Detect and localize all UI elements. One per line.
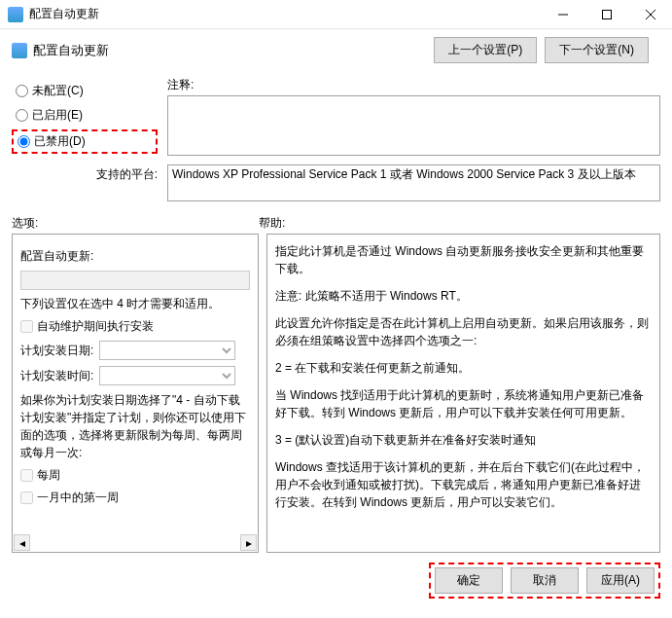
comments-label: 注释:: [167, 77, 660, 93]
help-p7: Windows 查找适用于该计算机的更新，并在后台下载它们(在此过程中，用户不会…: [275, 458, 652, 511]
radio-enabled-input[interactable]: [16, 109, 28, 122]
ok-button[interactable]: 确定: [435, 567, 503, 594]
radio-not-configured-input[interactable]: [16, 85, 28, 97]
sched-day-label: 计划安装日期:: [20, 343, 93, 359]
help-label: 帮助:: [259, 215, 660, 232]
cb-maintenance[interactable]: 自动维护期间执行安装: [20, 318, 250, 335]
platforms-label: 支持的平台:: [12, 164, 158, 183]
help-p3: 此设置允许你指定是否在此计算机上启用自动更新。如果启用该服务，则必须在组策略设置…: [275, 314, 652, 349]
options-heading: 配置自动更新:: [20, 248, 250, 265]
scroll-right-button[interactable]: ▸: [240, 534, 257, 551]
radio-disabled[interactable]: 已禁用(D): [12, 129, 158, 154]
window-title: 配置自动更新: [29, 6, 541, 22]
radio-enabled[interactable]: 已启用(E): [12, 105, 158, 126]
help-p1: 指定此计算机是否通过 Windows 自动更新服务接收安全更新和其他重要下载。: [275, 242, 652, 277]
radio-not-configured[interactable]: 未配置(C): [12, 81, 158, 101]
minimize-button[interactable]: [541, 0, 584, 29]
footer-highlight: 确定 取消 应用(A): [429, 563, 660, 599]
options-long-text: 如果你为计划安装日期选择了"4 - 自动下载计划安装"并指定了计划，则你还可以使…: [20, 391, 250, 461]
prev-setting-button[interactable]: 上一个设置(P): [434, 37, 537, 63]
sched-time-select: [99, 366, 235, 385]
close-button[interactable]: [628, 0, 672, 29]
options-panel[interactable]: 配置自动更新: 下列设置仅在选中 4 时才需要和适用。 自动维护期间执行安装 计…: [12, 234, 259, 553]
policy-icon: [12, 43, 27, 58]
maximize-button[interactable]: [584, 0, 628, 29]
sched-time-label: 计划安装时间:: [20, 368, 93, 384]
footer: 确定 取消 应用(A): [0, 553, 672, 608]
help-p5: 当 Windows 找到适用于此计算机的更新时，系统将通知用户更新已准备好下载。…: [275, 386, 652, 421]
help-p4: 2 = 在下载和安装任何更新之前通知。: [275, 359, 652, 377]
scroll-left-button[interactable]: ◂: [14, 534, 30, 551]
svg-rect-1: [602, 10, 611, 18]
radio-disabled-input[interactable]: [18, 135, 30, 148]
cancel-button[interactable]: 取消: [511, 567, 579, 594]
app-icon: [8, 7, 23, 22]
help-p6: 3 = (默认设置)自动下载更新并在准备好安装时通知: [275, 431, 652, 449]
next-setting-button[interactable]: 下一个设置(N): [545, 37, 649, 63]
cb-first-week[interactable]: 一月中的第一周: [20, 490, 250, 506]
page-title: 配置自动更新: [33, 42, 434, 59]
titlebar: 配置自动更新: [0, 0, 672, 29]
sched-day-select: [99, 341, 235, 360]
help-p2: 注意: 此策略不适用于 Windows RT。: [275, 287, 652, 305]
state-radios: 未配置(C) 已启用(E) 已禁用(D): [12, 77, 158, 159]
cb-weekly[interactable]: 每周: [20, 467, 250, 484]
comments-area: 注释:: [167, 77, 660, 159]
platforms-box[interactable]: Windows XP Professional Service Pack 1 或…: [167, 164, 660, 201]
help-panel[interactable]: 指定此计算机是否通过 Windows 自动更新服务接收安全更新和其他重要下载。 …: [266, 234, 660, 553]
apply-button[interactable]: 应用(A): [586, 567, 654, 594]
comments-input[interactable]: [167, 95, 660, 156]
header: 配置自动更新 上一个设置(P) 下一个设置(N): [0, 29, 672, 71]
config-select-disabled: [20, 271, 250, 290]
options-label: 选项:: [12, 215, 259, 232]
options-note: 下列设置仅在选中 4 时才需要和适用。: [20, 296, 250, 312]
